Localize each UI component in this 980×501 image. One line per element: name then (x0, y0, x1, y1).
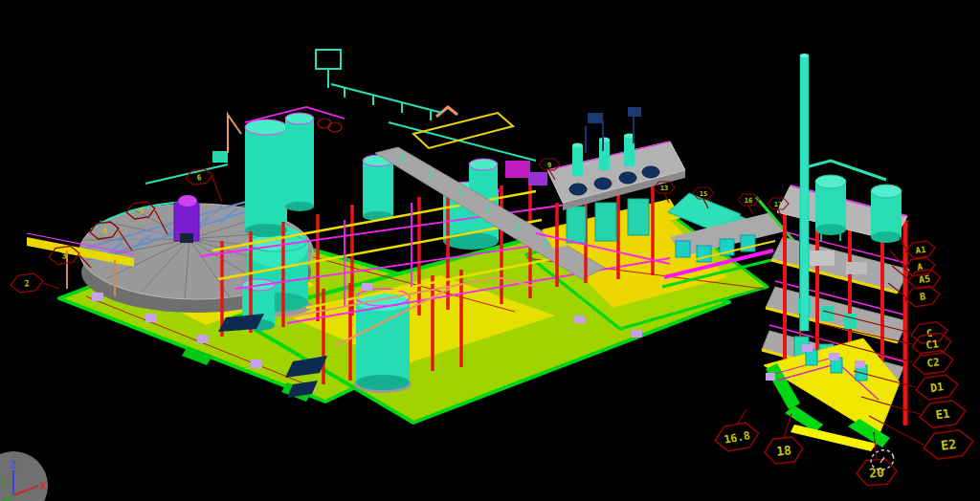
z-axis-label: Z (10, 459, 16, 471)
grid-tag-label: D1 (929, 380, 945, 395)
grid-tag-label: E2 (940, 436, 957, 453)
grid-tag-label: 13 (660, 185, 668, 192)
grid-tag-label: 18 (775, 443, 791, 459)
exhaust-stack[interactable] (800, 54, 809, 331)
storage-tank[interactable] (354, 289, 412, 393)
grid-tag-label: 20 (869, 465, 885, 480)
grid-tag-label: A1 (915, 245, 926, 255)
roof-drum[interactable] (871, 185, 902, 243)
grid-tag-label: 15 (700, 190, 707, 198)
storage-tank[interactable] (245, 120, 287, 237)
grid-tag-label: 17 (774, 201, 782, 208)
grid-tag-label: A5 (918, 273, 930, 286)
x-axis-label: X (40, 480, 47, 492)
magenta-equipment[interactable] (505, 161, 530, 178)
purple-equipment[interactable] (528, 172, 547, 185)
3d-viewport[interactable]: A1 A A5 B C C1 C2 D1 E1 E2 16.8 18 20 2 … (0, 0, 980, 501)
roof-drum[interactable] (815, 175, 846, 241)
grid-tag-label: 9 (547, 162, 551, 169)
storage-tank[interactable] (285, 113, 314, 211)
grid-tag-label: 16 (745, 197, 752, 205)
grid-tag-label: E1 (934, 406, 950, 423)
grid-tag-label: C1 (925, 338, 940, 352)
storage-tank[interactable] (363, 155, 393, 221)
grid-tag-label: C2 (926, 356, 941, 370)
